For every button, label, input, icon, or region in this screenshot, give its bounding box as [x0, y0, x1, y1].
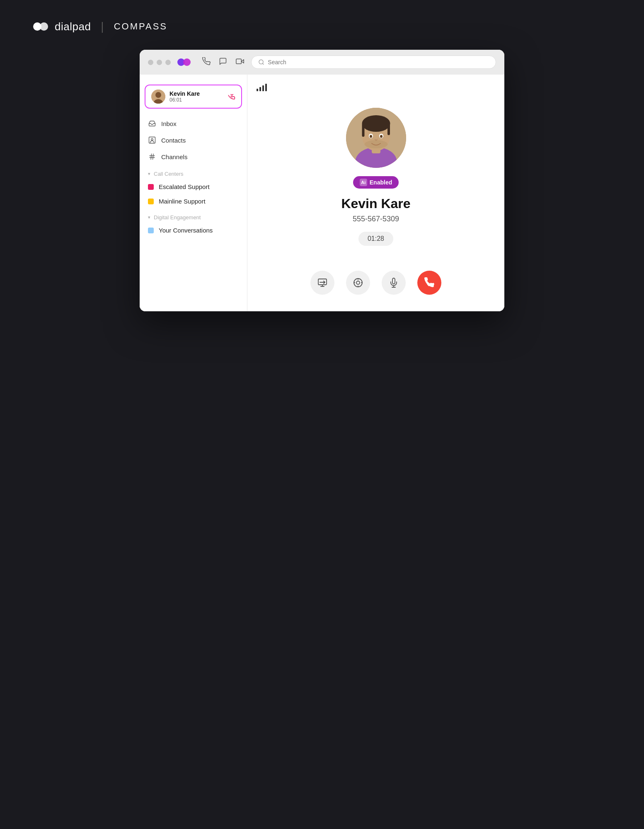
- call-centers-label: Call Centers: [154, 171, 184, 177]
- sidebar-item-your-conversations[interactable]: Your Conversations: [140, 223, 247, 238]
- svg-point-28: [364, 140, 387, 148]
- svg-rect-5: [236, 59, 242, 64]
- transfer-button[interactable]: [310, 271, 334, 295]
- window-buttons: [148, 60, 171, 65]
- contacts-icon: [148, 136, 156, 144]
- dialpad-small-logo-icon: [177, 58, 191, 67]
- svg-point-26: [370, 135, 372, 138]
- contact-avatar: [346, 108, 406, 168]
- product-name-text: COMPASS: [114, 21, 167, 32]
- svg-line-16: [153, 154, 154, 160]
- digital-engagement-label: Digital Engagement: [154, 214, 201, 221]
- hold-button[interactable]: [346, 271, 370, 295]
- search-icon: [258, 59, 264, 65]
- sidebar-item-contacts[interactable]: Contacts: [140, 132, 247, 148]
- svg-point-27: [380, 135, 383, 138]
- video-nav-icon[interactable]: [235, 57, 245, 68]
- active-call-item[interactable]: Kevin Kare 06:01: [145, 85, 242, 109]
- digital-engagement-chevron: ▾: [148, 215, 150, 220]
- title-bar: [140, 50, 504, 75]
- sidebar: Kevin Kare 06:01: [140, 75, 247, 311]
- svg-point-1: [40, 22, 48, 31]
- escalated-support-label: Escalated Support: [159, 183, 210, 190]
- call-centers-chevron: ▾: [148, 171, 150, 177]
- phone-down-icon: [227, 92, 235, 100]
- enabled-badge-text: Enabled: [370, 179, 392, 186]
- end-call-icon[interactable]: [227, 92, 235, 102]
- svg-rect-23: [387, 124, 390, 135]
- enabled-badge: Ai Enabled: [353, 176, 399, 189]
- svg-rect-11: [149, 137, 155, 143]
- mainline-support-label: Mainline Support: [159, 198, 206, 205]
- app-window: Kevin Kare 06:01: [140, 50, 504, 311]
- contact-name: Kevin Kare: [341, 196, 410, 211]
- signal-bar-4: [265, 84, 267, 91]
- sidebar-item-channels[interactable]: Channels: [140, 148, 247, 165]
- call-centers-header[interactable]: ▾ Call Centers: [140, 165, 247, 179]
- svg-marker-4: [241, 59, 244, 63]
- your-conversations-dot: [148, 228, 154, 233]
- svg-point-12: [151, 138, 153, 141]
- maximize-window-btn[interactable]: [165, 60, 171, 65]
- svg-rect-29: [318, 279, 327, 285]
- logo-divider: |: [101, 20, 104, 33]
- signal-bar-3: [262, 85, 264, 91]
- mute-button[interactable]: [382, 271, 406, 295]
- hold-icon: [353, 278, 363, 288]
- end-call-button[interactable]: [417, 271, 441, 295]
- svg-point-21: [362, 115, 390, 132]
- digital-engagement-header[interactable]: ▾ Digital Engagement: [140, 208, 247, 223]
- end-call-icon: [424, 277, 435, 288]
- call-info: Kevin Kare 06:01: [169, 90, 200, 103]
- contact-phone: 555-567-5309: [353, 215, 399, 223]
- sidebar-item-escalated-support[interactable]: Escalated Support: [140, 179, 247, 194]
- top-bar: dialpad | COMPASS: [0, 0, 644, 50]
- channels-icon: [148, 153, 156, 161]
- svg-point-6: [259, 60, 263, 64]
- ai-icon: Ai: [360, 179, 367, 186]
- svg-point-33: [354, 279, 362, 287]
- search-bar[interactable]: [251, 56, 496, 69]
- contacts-label: Contacts: [161, 137, 186, 144]
- transfer-icon: [317, 278, 327, 288]
- dialpad-nav-logo[interactable]: [177, 58, 191, 67]
- inbox-label: Inbox: [161, 120, 177, 127]
- call-controls: [310, 271, 441, 295]
- title-bar-nav: [202, 57, 245, 68]
- svg-line-7: [263, 63, 264, 65]
- search-input[interactable]: [268, 59, 489, 65]
- caller-name-text: Kevin Kare: [169, 90, 200, 97]
- your-conversations-label: Your Conversations: [159, 227, 213, 234]
- main-panel: Ai Enabled Kevin Kare 555-567-5309 01:28: [247, 75, 504, 311]
- call-content: Ai Enabled Kevin Kare 555-567-5309 01:28: [310, 108, 441, 295]
- message-nav-icon[interactable]: [219, 57, 227, 68]
- mainline-support-dot: [148, 199, 154, 204]
- caller-avatar: [151, 90, 165, 104]
- app-name-text: dialpad: [55, 20, 91, 33]
- mute-icon: [389, 278, 399, 288]
- call-item-left: Kevin Kare 06:01: [151, 90, 200, 104]
- phone-nav-icon[interactable]: [202, 57, 211, 68]
- svg-point-9: [155, 92, 161, 98]
- escalated-support-dot: [148, 184, 154, 190]
- main-content: Kevin Kare 06:01: [140, 75, 504, 311]
- inbox-icon: [148, 119, 156, 128]
- close-window-btn[interactable]: [148, 60, 153, 65]
- signal-icon: [257, 84, 267, 91]
- svg-point-3: [183, 58, 191, 66]
- logo-area: dialpad | COMPASS: [33, 20, 167, 33]
- minimize-window-btn[interactable]: [157, 60, 162, 65]
- dialpad-logo-icon: [33, 22, 48, 32]
- signal-bar-2: [259, 87, 261, 91]
- channels-label: Channels: [161, 153, 187, 160]
- svg-line-15: [151, 154, 152, 160]
- sidebar-item-inbox[interactable]: Inbox: [140, 115, 247, 132]
- contact-avatar-image: [346, 108, 406, 168]
- signal-bar-1: [257, 89, 258, 91]
- sidebar-item-mainline-support[interactable]: Mainline Support: [140, 194, 247, 208]
- svg-point-34: [356, 281, 360, 284]
- call-timer: 01:28: [358, 232, 393, 246]
- call-duration-text: 06:01: [169, 97, 200, 103]
- svg-rect-22: [362, 124, 364, 137]
